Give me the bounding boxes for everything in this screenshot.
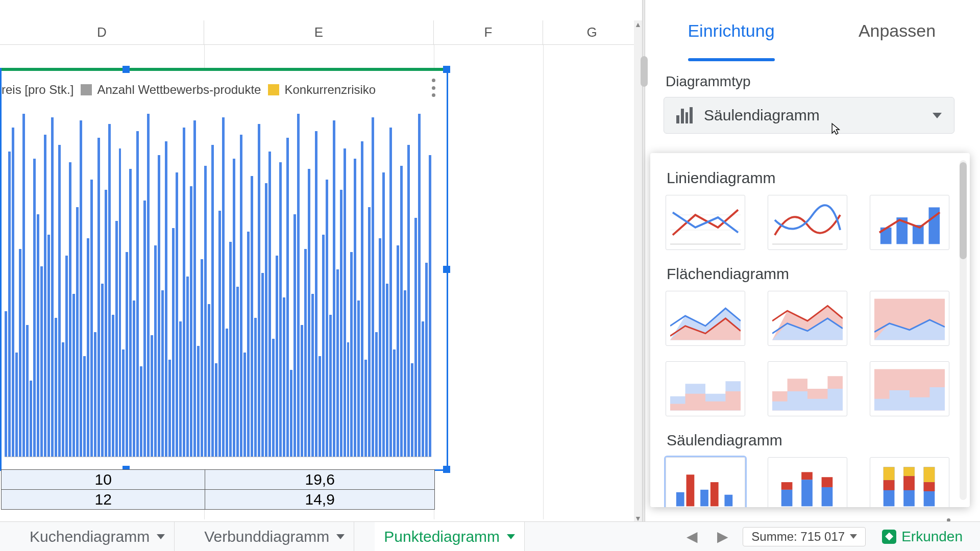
chart-bar[interactable] (422, 321, 424, 457)
chart-bar[interactable] (112, 315, 114, 457)
chart-bar[interactable] (193, 120, 196, 457)
selection-handle[interactable] (122, 66, 130, 73)
chart-bar[interactable] (115, 221, 118, 457)
chart-bar[interactable] (76, 207, 79, 457)
chart-container[interactable]: reis [pro Stk.] Anzahl Wettbewerbs-produ… (0, 68, 448, 471)
chart-bar[interactable] (97, 138, 100, 457)
legend-item-2[interactable]: Anzahl Wettbewerbs-produkte (81, 83, 261, 97)
chart-bar[interactable] (304, 249, 307, 457)
tab-nav-right-icon[interactable]: ▶ (712, 526, 733, 547)
chart-bar[interactable] (186, 277, 189, 457)
chart-bar[interactable] (350, 252, 353, 457)
column-header-g[interactable]: G (543, 20, 641, 44)
chart-bar[interactable] (247, 232, 250, 457)
chart-type-dropdown[interactable]: Säulendiagramm (664, 97, 954, 134)
chart-bar[interactable] (243, 353, 246, 457)
chart-bar[interactable] (133, 300, 135, 457)
chart-plot-area[interactable] (5, 110, 431, 457)
chart-bar[interactable] (154, 245, 157, 457)
chart-bar[interactable] (190, 186, 192, 457)
chart-bar[interactable] (143, 201, 146, 457)
chevron-down-icon[interactable] (507, 534, 515, 539)
chevron-down-icon[interactable] (850, 534, 857, 539)
chevron-down-icon[interactable] (336, 534, 345, 539)
panel-resize-handle[interactable] (642, 0, 645, 541)
chart-bar[interactable] (336, 269, 339, 457)
column-header-d[interactable]: D (0, 20, 204, 44)
legend-item-1[interactable]: reis [pro Stk.] (2, 83, 74, 97)
chart-bar[interactable] (329, 315, 332, 457)
chart-bar[interactable] (340, 190, 342, 457)
chart-bar[interactable] (58, 145, 61, 457)
chart-bar[interactable] (201, 259, 203, 457)
chart-bar[interactable] (101, 284, 104, 457)
chart-bar[interactable] (211, 145, 214, 457)
tab-nav-left-icon[interactable]: ◀ (681, 526, 703, 547)
quick-sum-box[interactable]: Summe: 715 017 (743, 527, 866, 546)
chart-bar[interactable] (33, 159, 36, 457)
chart-bar[interactable] (404, 290, 406, 457)
chart-bar[interactable] (90, 180, 93, 457)
chart-bar[interactable] (179, 321, 182, 457)
chart-bar[interactable] (301, 325, 303, 457)
chart-type-step-area[interactable] (666, 361, 745, 416)
sheet-tab-2[interactable]: Verbunddiagramm (195, 522, 354, 551)
selection-handle[interactable] (443, 466, 450, 473)
chart-bar[interactable] (151, 335, 153, 457)
chart-bar[interactable] (326, 180, 328, 457)
chart-bar[interactable] (215, 363, 217, 457)
chart-bar[interactable] (407, 145, 410, 457)
chart-bar[interactable] (311, 294, 314, 457)
chart-bar[interactable] (129, 169, 132, 457)
chart-bar[interactable] (165, 141, 167, 457)
chart-bar[interactable] (333, 120, 335, 457)
chart-bar[interactable] (8, 152, 11, 457)
chart-bar[interactable] (37, 214, 39, 457)
chart-bar[interactable] (122, 349, 125, 457)
chart-bar[interactable] (226, 329, 228, 457)
selection-handle[interactable] (443, 66, 450, 73)
chart-bar[interactable] (69, 162, 71, 457)
chart-bar[interactable] (168, 360, 171, 457)
chart-bar[interactable] (347, 342, 350, 457)
chart-bar[interactable] (22, 114, 25, 457)
chart-bar[interactable] (240, 135, 242, 457)
column-header-f[interactable]: F (434, 20, 543, 44)
chart-bar[interactable] (268, 152, 271, 457)
tab-setup[interactable]: Einrichtung (648, 0, 814, 61)
chart-bar[interactable] (176, 172, 178, 457)
chart-bar[interactable] (44, 135, 46, 457)
chart-bar[interactable] (411, 363, 413, 457)
explore-button[interactable]: Erkunden (875, 527, 970, 547)
chart-bar[interactable] (222, 117, 225, 457)
chart-bar[interactable] (218, 211, 221, 457)
chart-bar[interactable] (361, 141, 363, 457)
chart-bar[interactable] (283, 297, 285, 457)
chart-kebab-menu[interactable] (427, 79, 439, 97)
chart-bar[interactable] (72, 294, 75, 457)
sheet-tab-1[interactable]: Kuchendiagramm (20, 522, 175, 551)
legend-item-3[interactable]: Konkurrenzrisiko (268, 83, 376, 97)
chart-bar[interactable] (55, 318, 57, 457)
tab-customize[interactable]: Anpassen (814, 0, 980, 61)
chart-type-stacked-step-area[interactable] (768, 361, 847, 416)
chart-bar[interactable] (279, 162, 282, 457)
chart-bar[interactable] (208, 304, 210, 457)
chart-type-combo[interactable] (870, 195, 949, 250)
chart-bar[interactable] (233, 159, 235, 457)
chart-bar[interactable] (5, 311, 7, 457)
scroll-up-icon[interactable]: ▲ (634, 20, 642, 32)
chart-bar[interactable] (136, 131, 139, 457)
chart-bar[interactable] (236, 287, 239, 457)
table-row[interactable]: 12 14,9 (2, 490, 435, 510)
chart-bar[interactable] (254, 318, 257, 457)
chevron-down-icon[interactable] (157, 534, 165, 539)
chart-bar[interactable] (94, 332, 96, 457)
grid-vertical-scrollbar[interactable]: ▲ ▼ (634, 20, 642, 525)
chart-type-column[interactable] (666, 457, 745, 507)
chart-type-line[interactable] (666, 195, 745, 250)
chart-bar[interactable] (322, 235, 325, 457)
chart-bar[interactable] (30, 381, 32, 457)
chart-type-100-area[interactable] (870, 291, 949, 346)
chart-bar[interactable] (197, 346, 200, 457)
